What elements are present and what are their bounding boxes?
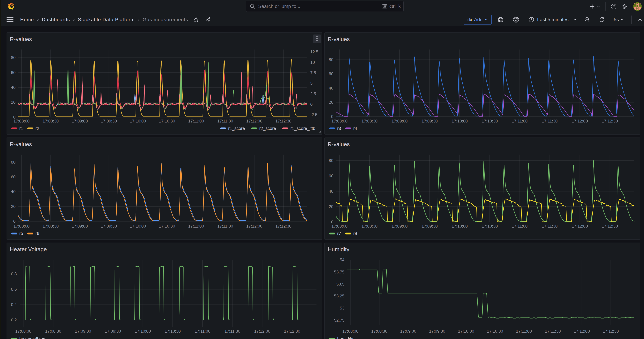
svg-text:53: 53 bbox=[340, 306, 344, 310]
svg-text:60: 60 bbox=[11, 70, 16, 75]
svg-text:17:11:30: 17:11:30 bbox=[217, 224, 233, 228]
svg-text:17:08:00: 17:08:00 bbox=[332, 224, 348, 228]
svg-text:17:12:30: 17:12:30 bbox=[275, 224, 291, 228]
svg-text:17:12:30: 17:12:30 bbox=[602, 329, 619, 334]
svg-text:17:11:30: 17:11:30 bbox=[217, 119, 233, 123]
svg-text:0.4: 0.4 bbox=[11, 302, 17, 307]
svg-text:17:08:30: 17:08:30 bbox=[42, 224, 59, 228]
svg-text:53.75: 53.75 bbox=[334, 270, 344, 274]
svg-text:17:09:30: 17:09:30 bbox=[422, 224, 438, 228]
svg-text:20: 20 bbox=[11, 204, 16, 209]
svg-text:17:08:00: 17:08:00 bbox=[15, 329, 31, 334]
svg-text:0: 0 bbox=[13, 219, 16, 224]
svg-text:0: 0 bbox=[331, 220, 334, 224]
svg-text:17:09:30: 17:09:30 bbox=[105, 329, 121, 334]
svg-text:17:11:00: 17:11:00 bbox=[512, 224, 528, 228]
svg-text:17:11:30: 17:11:30 bbox=[542, 119, 558, 123]
svg-text:80: 80 bbox=[11, 160, 16, 164]
svg-text:17:09:30: 17:09:30 bbox=[101, 224, 117, 228]
svg-text:40: 40 bbox=[11, 85, 16, 90]
svg-text:17:08:30: 17:08:30 bbox=[371, 329, 387, 334]
svg-text:17:10:30: 17:10:30 bbox=[164, 329, 180, 334]
svg-text:0.6: 0.6 bbox=[11, 287, 17, 292]
svg-text:12.5: 12.5 bbox=[310, 50, 318, 54]
svg-text:0: 0 bbox=[310, 102, 312, 106]
svg-text:17:08:30: 17:08:30 bbox=[362, 224, 378, 228]
svg-text:17:09:00: 17:09:00 bbox=[392, 119, 408, 123]
svg-text:17:08:30: 17:08:30 bbox=[42, 119, 59, 123]
svg-text:17:12:30: 17:12:30 bbox=[602, 119, 618, 123]
svg-text:-2.5: -2.5 bbox=[310, 112, 317, 117]
svg-text:40: 40 bbox=[329, 189, 334, 194]
svg-text:17:11:30: 17:11:30 bbox=[542, 224, 558, 228]
svg-text:0.8: 0.8 bbox=[11, 272, 17, 276]
svg-text:17:08:00: 17:08:00 bbox=[14, 224, 30, 228]
svg-text:17:08:00: 17:08:00 bbox=[14, 119, 30, 123]
svg-text:17:10:00: 17:10:00 bbox=[452, 119, 468, 123]
svg-text:17:09:00: 17:09:00 bbox=[75, 329, 91, 334]
svg-text:40: 40 bbox=[329, 86, 334, 90]
svg-text:2.5: 2.5 bbox=[310, 92, 316, 96]
svg-text:5: 5 bbox=[310, 81, 312, 86]
svg-text:54: 54 bbox=[340, 258, 344, 262]
svg-text:17:12:30: 17:12:30 bbox=[275, 119, 291, 123]
svg-text:0.2: 0.2 bbox=[11, 318, 17, 322]
svg-text:17:12:00: 17:12:00 bbox=[254, 329, 270, 334]
svg-text:17:11:00: 17:11:00 bbox=[512, 119, 528, 123]
svg-text:17:08:00: 17:08:00 bbox=[342, 329, 358, 334]
svg-text:53.25: 53.25 bbox=[334, 294, 344, 298]
svg-text:17:09:30: 17:09:30 bbox=[422, 119, 438, 123]
svg-text:80: 80 bbox=[11, 55, 16, 60]
svg-text:52.75: 52.75 bbox=[334, 318, 344, 322]
svg-text:17:11:00: 17:11:00 bbox=[194, 329, 210, 334]
svg-text:17:08:30: 17:08:30 bbox=[45, 329, 61, 334]
svg-text:17:09:00: 17:09:00 bbox=[392, 224, 408, 228]
svg-text:17:11:00: 17:11:00 bbox=[188, 224, 204, 228]
svg-text:17:10:30: 17:10:30 bbox=[159, 224, 175, 228]
svg-text:17:11:00: 17:11:00 bbox=[516, 329, 532, 334]
svg-text:17:08:00: 17:08:00 bbox=[332, 119, 348, 123]
svg-text:17:12:00: 17:12:00 bbox=[246, 224, 262, 228]
svg-text:17:10:00: 17:10:00 bbox=[130, 119, 146, 123]
svg-text:80: 80 bbox=[329, 57, 334, 62]
svg-text:60: 60 bbox=[11, 174, 16, 179]
svg-text:17:10:00: 17:10:00 bbox=[135, 329, 151, 334]
svg-text:17:12:00: 17:12:00 bbox=[572, 224, 588, 228]
svg-text:60: 60 bbox=[329, 72, 334, 76]
svg-text:17:09:30: 17:09:30 bbox=[101, 119, 117, 123]
svg-text:20: 20 bbox=[329, 204, 334, 209]
svg-text:40: 40 bbox=[11, 189, 16, 194]
svg-text:20: 20 bbox=[329, 100, 334, 104]
svg-text:10: 10 bbox=[310, 60, 315, 65]
svg-text:17:11:30: 17:11:30 bbox=[224, 329, 240, 334]
svg-text:17:12:30: 17:12:30 bbox=[602, 224, 618, 228]
svg-text:17:08:30: 17:08:30 bbox=[362, 119, 378, 123]
svg-text:17:10:00: 17:10:00 bbox=[452, 224, 468, 228]
svg-text:17:12:30: 17:12:30 bbox=[284, 329, 300, 334]
svg-text:17:09:00: 17:09:00 bbox=[400, 329, 416, 334]
svg-text:17:10:30: 17:10:30 bbox=[487, 329, 503, 334]
svg-text:0: 0 bbox=[331, 114, 334, 119]
svg-text:17:09:00: 17:09:00 bbox=[72, 119, 88, 123]
svg-text:7.5: 7.5 bbox=[310, 70, 316, 75]
svg-text:17:11:00: 17:11:00 bbox=[188, 119, 204, 123]
svg-text:17:11:30: 17:11:30 bbox=[545, 329, 561, 334]
svg-text:17:12:00: 17:12:00 bbox=[572, 119, 588, 123]
svg-text:17:10:30: 17:10:30 bbox=[482, 224, 498, 228]
svg-text:17:12:00: 17:12:00 bbox=[246, 119, 262, 123]
svg-text:17:10:00: 17:10:00 bbox=[458, 329, 474, 334]
svg-text:53.5: 53.5 bbox=[336, 282, 344, 286]
svg-text:17:12:00: 17:12:00 bbox=[574, 329, 590, 334]
svg-text:80: 80 bbox=[329, 158, 334, 163]
svg-text:17:09:30: 17:09:30 bbox=[429, 329, 445, 334]
svg-text:17:09:00: 17:09:00 bbox=[72, 224, 88, 228]
svg-text:17:10:30: 17:10:30 bbox=[159, 119, 175, 123]
svg-text:20: 20 bbox=[11, 100, 16, 104]
svg-text:17:10:00: 17:10:00 bbox=[130, 224, 146, 228]
svg-text:60: 60 bbox=[329, 174, 334, 178]
svg-text:17:10:30: 17:10:30 bbox=[482, 119, 498, 123]
